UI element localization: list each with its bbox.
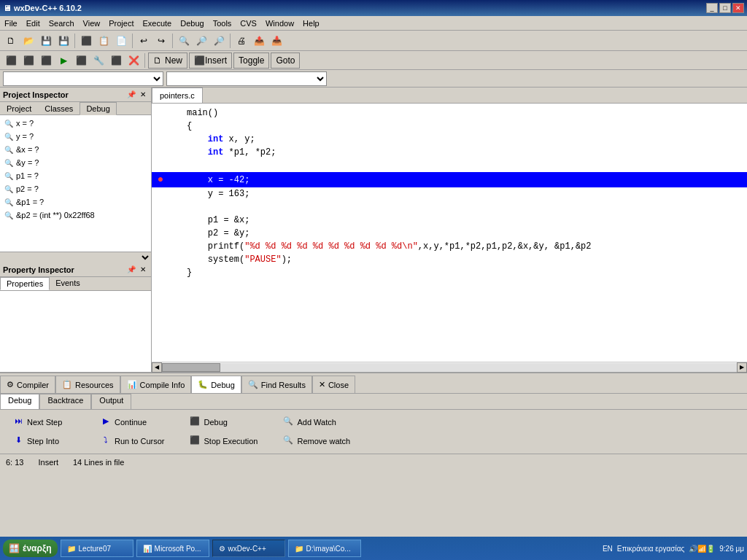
copy-button[interactable]: 📄: [113, 33, 129, 49]
close-file-button[interactable]: ⬛: [78, 33, 94, 49]
debug-subtab-output[interactable]: Output: [91, 394, 131, 409]
menu-edit[interactable]: Edit: [22, 18, 44, 29]
start-button[interactable]: 🪟 έναρξη: [3, 540, 58, 557]
menu-help[interactable]: Help: [298, 18, 324, 29]
tree-item-addr-y[interactable]: 🔍 &y = ?: [1, 156, 150, 169]
debug-button[interactable]: ⬛ Debug: [184, 414, 263, 430]
menu-cvs[interactable]: CVS: [236, 18, 261, 29]
add-watch-button[interactable]: 🔍 Add Watch: [277, 414, 355, 430]
prop-close-icon[interactable]: ✕: [138, 265, 148, 275]
redo-button[interactable]: ↪: [153, 33, 169, 49]
import-button[interactable]: 📥: [268, 33, 285, 49]
new-file-button[interactable]: 🗋: [3, 33, 19, 49]
next-step-button[interactable]: ⏭ Next Step: [7, 414, 80, 430]
menu-file[interactable]: File: [0, 18, 22, 29]
debug-run-icon: ⬛: [189, 416, 201, 428]
tree-item-x[interactable]: 🔍 x = ?: [1, 117, 150, 130]
tab-compile-info[interactable]: 📊 Compile Info: [120, 376, 192, 393]
build-button[interactable]: 🔧: [90, 52, 107, 69]
menu-window[interactable]: Window: [261, 18, 298, 29]
tree-item-p2[interactable]: 🔍 p2 = ?: [1, 182, 150, 195]
tab-project[interactable]: Project: [0, 102, 38, 114]
tree-item-addr-x[interactable]: 🔍 &x = ?: [1, 143, 150, 156]
scroll-thumb[interactable]: [162, 363, 220, 372]
replace-button[interactable]: 🔎: [211, 33, 227, 49]
file-dropdown[interactable]: [166, 71, 327, 86]
toggle-btn-toolbar[interactable]: Toggle: [233, 52, 269, 69]
tab-debug-bottom[interactable]: 🐛 Debug: [191, 376, 241, 393]
file-tab-pointers[interactable]: pointers.c: [152, 88, 203, 103]
tab-properties[interactable]: Properties: [0, 277, 50, 290]
proj-btn-3[interactable]: ⬛: [38, 52, 54, 69]
tab-find-results[interactable]: 🔍 Find Results: [241, 376, 312, 393]
tree-item-y[interactable]: 🔍 y = ?: [1, 130, 150, 143]
find-button[interactable]: 🔍: [176, 33, 192, 49]
tab-debug[interactable]: Debug: [80, 102, 116, 115]
code-area[interactable]: main() { int x, y; int *p1, *p2;: [152, 104, 747, 362]
code-line-13: }: [152, 266, 747, 279]
open-button[interactable]: 📂: [20, 33, 36, 49]
menu-tools[interactable]: Tools: [209, 18, 236, 29]
window-controls[interactable]: _ □ ✕: [706, 3, 744, 13]
taskbar-item-ms[interactable]: 📊 Microsoft Po...: [136, 540, 209, 557]
dropdown-toolbar: [0, 70, 747, 88]
menu-search[interactable]: Search: [44, 18, 79, 29]
maximize-button[interactable]: □: [719, 3, 731, 13]
horizontal-scrollbar[interactable]: ◀ ▶: [152, 362, 747, 372]
run-button[interactable]: ▶: [55, 52, 71, 69]
sep-4: [230, 34, 231, 48]
tree-item-p1[interactable]: 🔍 p1 = ?: [1, 169, 150, 182]
pin-icon[interactable]: 📌: [126, 90, 136, 100]
prop-pin-icon[interactable]: 📌: [126, 265, 136, 275]
proj-btn-7[interactable]: ⬛: [108, 52, 124, 69]
app-icon: 🖥: [3, 4, 11, 12]
project-dropdown[interactable]: [3, 71, 163, 86]
proj-btn-5[interactable]: ⬛: [73, 52, 89, 69]
goto-btn-toolbar[interactable]: Goto: [271, 52, 300, 69]
taskbar-item-dir[interactable]: 📁 D:\maya\Co...: [288, 540, 361, 557]
proj-scroll-select[interactable]: [0, 252, 151, 262]
stop-button[interactable]: ❌: [125, 52, 142, 69]
paste-button[interactable]: 📋: [96, 33, 112, 49]
proj-scroll-bar[interactable]: [0, 252, 151, 262]
scroll-track[interactable]: [162, 363, 737, 372]
save-all-button[interactable]: 💾: [55, 33, 71, 49]
tree-item-addr-p1[interactable]: 🔍 &p1 = ?: [1, 195, 150, 209]
step-into-button[interactable]: ⬇ Step Into: [7, 433, 80, 449]
taskbar-item-wxdev[interactable]: ⚙ wxDev-C++: [212, 540, 285, 557]
scroll-left[interactable]: ◀: [152, 362, 162, 373]
menu-project[interactable]: Project: [104, 18, 138, 29]
taskbar-icon-dir: 📁: [295, 545, 303, 553]
tab-events[interactable]: Events: [50, 277, 86, 290]
new-btn-toolbar[interactable]: 🗋 New: [148, 52, 187, 69]
proj-btn-2[interactable]: ⬛: [20, 52, 36, 69]
menu-execute[interactable]: Execute: [138, 18, 176, 29]
minimize-button[interactable]: _: [706, 3, 718, 13]
debug-subtab-backtrace[interactable]: Backtrace: [39, 394, 91, 409]
run-to-cursor-button[interactable]: ⤵ Run to Cursor: [95, 433, 169, 449]
undo-button[interactable]: ↩: [136, 33, 152, 49]
tab-classes[interactable]: Classes: [38, 102, 80, 114]
insert-btn-toolbar[interactable]: ⬛ Insert: [189, 52, 232, 69]
menu-debug[interactable]: Debug: [176, 18, 208, 29]
panel-pin-controls[interactable]: 📌 ✕: [126, 90, 148, 100]
menu-view[interactable]: View: [79, 18, 105, 29]
export-button[interactable]: 📤: [251, 33, 267, 49]
find-next-button[interactable]: 🔎: [193, 33, 209, 49]
scroll-right[interactable]: ▶: [737, 362, 747, 373]
taskbar-item-lecture[interactable]: 📁 Lecture07: [61, 540, 133, 557]
tree-item-addr-p2[interactable]: 🔍 &p2 = (int **) 0x22ff68: [1, 209, 150, 222]
tab-compiler[interactable]: ⚙ Compiler: [0, 376, 55, 393]
tab-close[interactable]: ✕ Close: [312, 376, 355, 393]
stop-execution-button[interactable]: ⬛ Stop Execution: [184, 433, 263, 449]
save-button[interactable]: 💾: [38, 33, 54, 49]
close-panel-icon[interactable]: ✕: [138, 90, 148, 100]
proj-btn-1[interactable]: ⬛: [3, 52, 19, 69]
continue-button[interactable]: ▶ Continue: [95, 414, 169, 430]
prop-panel-controls[interactable]: 📌 ✕: [126, 265, 148, 275]
close-button[interactable]: ✕: [732, 3, 744, 13]
tab-resources[interactable]: 📋 Resources: [55, 376, 120, 393]
remove-watch-button[interactable]: 🔍 Remove watch: [277, 433, 355, 449]
debug-subtab-debug[interactable]: Debug: [0, 394, 39, 409]
print-button[interactable]: 🖨: [233, 33, 249, 49]
